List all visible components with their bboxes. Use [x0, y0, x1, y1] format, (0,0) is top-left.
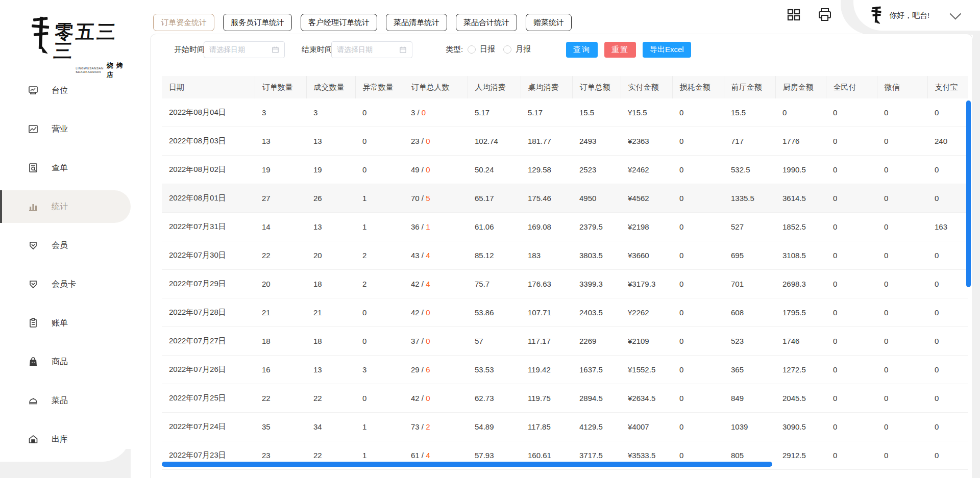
table-row[interactable]: 2022年08月03日1313023 / 0102.74181.772493¥2…: [162, 127, 968, 156]
printer-icon[interactable]: [817, 7, 832, 22]
cell-deals: 22: [306, 384, 355, 413]
cell-paid: ¥3179.3: [621, 270, 672, 298]
cell-alipay: 163: [927, 213, 968, 241]
cell-date: 2022年08月04日: [162, 98, 255, 127]
sidebar-item-营业[interactable]: 营业: [0, 113, 131, 145]
vertical-scrollbar[interactable]: [966, 100, 971, 287]
cell-paid: ¥2363: [621, 127, 672, 156]
tab-菜品清单统计[interactable]: 菜品清单统计: [386, 14, 447, 31]
tab-订单资金统计[interactable]: 订单资金统计: [153, 14, 214, 31]
column-header-人均消费[interactable]: 人均消费: [468, 76, 521, 98]
cell-alipay: 0: [927, 384, 968, 413]
cell-abnormal: 0: [355, 127, 404, 156]
table-row[interactable]: 2022年08月02日1919049 / 050.24129.582523¥24…: [162, 156, 968, 184]
column-header-成交数量[interactable]: 成交数量: [306, 76, 355, 98]
column-header-前厅金额[interactable]: 前厅金额: [724, 76, 775, 98]
table-row[interactable]: 2022年08月04日3303 / 05.175.1715.5¥15.5015.…: [162, 98, 968, 127]
cell-people: 42 / 0: [404, 298, 468, 327]
cell-wechat: 0: [877, 327, 927, 356]
table-row[interactable]: 2022年07月26日1613329 / 653.53119.421637.5¥…: [162, 356, 968, 384]
column-header-订单数量[interactable]: 订单数量: [255, 76, 306, 98]
cell-per_table: 181.77: [521, 127, 572, 156]
tab-服务员订单统计[interactable]: 服务员订单统计: [223, 14, 292, 31]
radio-daily[interactable]: 日报: [468, 44, 495, 54]
cell-wechat: 0: [877, 98, 927, 127]
tab-客户经理订单统计[interactable]: 客户经理订单统计: [301, 14, 377, 31]
cell-per_person: 65.17: [468, 184, 521, 213]
table-row[interactable]: 2022年07月28日2121042 / 053.86107.712403.5¥…: [162, 298, 968, 327]
cell-people: 43 / 4: [404, 241, 468, 270]
table-row[interactable]: 2022年07月31日1413136 / 161.06169.082379.5¥…: [162, 213, 968, 241]
monitor-icon: [28, 85, 38, 95]
column-header-厨房金额[interactable]: 厨房金额: [775, 76, 826, 98]
cell-people: 49 / 0: [404, 156, 468, 184]
column-header-微信[interactable]: 微信: [877, 76, 927, 98]
horizontal-scrollbar[interactable]: [162, 462, 772, 467]
cell-total: 2894.5: [572, 384, 621, 413]
cell-alipay: 0: [927, 156, 968, 184]
column-header-日期[interactable]: 日期: [162, 76, 255, 98]
cell-date: 2022年07月25日: [162, 384, 255, 413]
cell-total: 2523: [572, 156, 621, 184]
search-button[interactable]: 查询: [566, 42, 598, 58]
cell-date: 2022年07月24日: [162, 413, 255, 441]
stats-table: 日期订单数量成交数量异常数量订单总人数人均消费桌均消费订单总额实付金额损耗金额前…: [162, 76, 968, 470]
table-row[interactable]: 2022年07月27日1818037 / 057117.172269¥21090…: [162, 327, 968, 356]
cell-total: 3399.3: [572, 270, 621, 298]
table-row[interactable]: 2022年07月29日2018242 / 475.7176.633399.3¥3…: [162, 270, 968, 298]
cell-kitchen: 2045.5: [775, 384, 826, 413]
radio-monthly[interactable]: 月报: [503, 44, 531, 54]
cell-kitchen: 1746: [775, 327, 826, 356]
sidebar-item-会员卡[interactable]: 会员卡: [0, 268, 131, 300]
table-row[interactable]: 2022年08月01日2726170 / 565.17175.464950¥45…: [162, 184, 968, 213]
cell-orders: 21: [255, 298, 306, 327]
sidebar-item-菜品[interactable]: 菜品: [0, 384, 131, 417]
column-header-异常数量[interactable]: 异常数量: [355, 76, 404, 98]
sidebar-item-统计[interactable]: 统计: [0, 190, 131, 223]
sidebar-item-会员[interactable]: 会员: [0, 229, 131, 262]
cell-abnormal: 2: [355, 270, 404, 298]
column-header-桌均消费[interactable]: 桌均消费: [521, 76, 572, 98]
tab-赠菜统计[interactable]: 赠菜统计: [526, 14, 572, 31]
tab-菜品合计统计[interactable]: 菜品合计统计: [456, 14, 517, 31]
cell-qmf: 0: [826, 356, 877, 384]
sidebar-item-查单[interactable]: 查单: [0, 152, 131, 184]
chevron-down-icon[interactable]: [950, 8, 962, 20]
sidebar-item-账单[interactable]: 账单: [0, 307, 131, 339]
column-header-实付金额[interactable]: 实付金额: [621, 76, 672, 98]
table-row[interactable]: 2022年07月30日2220243 / 485.121833803.5¥366…: [162, 241, 968, 270]
column-header-支付宝[interactable]: 支付宝: [927, 76, 968, 98]
cell-front: 532.5: [724, 156, 775, 184]
cell-wechat: 0: [877, 413, 927, 441]
sidebar: 零五三三 LINGWUSANSAN SHAOKAODIAN 烧烤店 台位营业查单…: [0, 0, 131, 462]
export-excel-button[interactable]: 导出Excel: [643, 42, 691, 58]
start-date-input[interactable]: 请选择日期: [204, 41, 285, 58]
sidebar-item-台位[interactable]: 台位: [0, 74, 131, 107]
cell-loss: 0: [672, 327, 724, 356]
cell-deals: 19: [306, 156, 355, 184]
cell-abnormal: 0: [355, 327, 404, 356]
column-header-订单总额[interactable]: 订单总额: [572, 76, 621, 98]
reset-button[interactable]: 重置: [604, 42, 636, 58]
type-label: 类型:: [446, 45, 463, 55]
cell-deals: 18: [306, 327, 355, 356]
table-row[interactable]: 2022年07月25日2222042 / 062.73119.752894.5¥…: [162, 384, 968, 413]
cell-loss: 0: [672, 356, 724, 384]
end-date-input[interactable]: 请选择日期: [331, 41, 412, 58]
sidebar-item-label: 账单: [52, 318, 68, 329]
column-header-订单总人数[interactable]: 订单总人数: [404, 76, 468, 98]
column-header-损耗金额[interactable]: 损耗金额: [672, 76, 724, 98]
cell-front: 527: [724, 213, 775, 241]
table-row[interactable]: 2022年07月24日3534173 / 254.89117.854129.5¥…: [162, 413, 968, 441]
user-menu[interactable]: 你好，吧台!: [853, 0, 980, 31]
cell-orders: 35: [255, 413, 306, 441]
cell-date: 2022年07月29日: [162, 270, 255, 298]
cell-wechat: 0: [877, 156, 927, 184]
cell-people: 73 / 2: [404, 413, 468, 441]
cell-paid: ¥4562: [621, 184, 672, 213]
column-header-全民付[interactable]: 全民付: [826, 76, 877, 98]
sidebar-item-商品[interactable]: 商品: [0, 345, 131, 378]
apps-grid-icon[interactable]: [786, 7, 801, 22]
cell-alipay: 0: [927, 298, 968, 327]
sidebar-item-出库[interactable]: 出库: [0, 423, 131, 456]
